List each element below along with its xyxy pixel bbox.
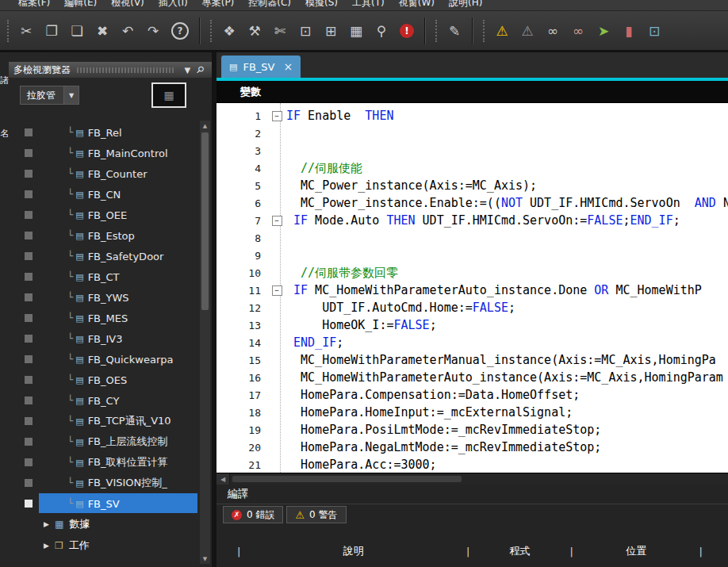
warning-yellow-icon[interactable]: ⚠ (490, 19, 514, 43)
column-header-3[interactable]: 位置 (575, 544, 698, 558)
code-line[interactable]: 5 MC_Power_instance(Axis:=MC_Axis); (216, 177, 728, 194)
expander-icon[interactable]: ▶ (44, 520, 49, 528)
fold-toggle-icon[interactable]: − (272, 111, 282, 121)
menu-item[interactable]: 說明(H) (442, 0, 489, 10)
toolbar-grip[interactable] (483, 20, 485, 42)
undo-icon[interactable]: ↶ (116, 19, 140, 43)
monitor-grid-icon[interactable]: ⊞ (319, 19, 343, 43)
menu-item[interactable]: 檢視(V) (104, 0, 151, 10)
tree-item[interactable]: └▤FB_Quickwearpa (9, 349, 212, 370)
copy-icon[interactable]: ❐ (40, 19, 63, 43)
watch-record-icon[interactable]: ∞ (566, 19, 590, 43)
explorer-header[interactable]: 多檢視瀏覽器 ▼ ⚲ (9, 62, 212, 78)
fold-toggle-icon[interactable]: − (272, 285, 282, 296)
code-line[interactable]: 1−IF Enable THEN (216, 107, 728, 125)
tree-item[interactable]: └▤FB_TCP通讯_V10 (9, 411, 212, 431)
edit-page-icon[interactable]: ✎ (443, 19, 466, 43)
screen-icon[interactable]: ⊡ (642, 19, 666, 43)
delete-icon[interactable]: ✖ (90, 19, 114, 43)
redo-icon[interactable]: ↷ (141, 19, 165, 43)
tree-item[interactable]: └▤FB_SafetyDoor (9, 246, 212, 266)
sidebar-item-數據[interactable]: ▶▦數據 (9, 513, 212, 534)
tree-item[interactable]: └▤FB_OEE (9, 205, 212, 225)
film-strip-icon[interactable]: ▦ (151, 82, 186, 108)
menu-item[interactable]: 控制器(C) (241, 0, 298, 10)
code-line[interactable]: 20 HomePara.NegaLmtMode:=_mcRevImmediate… (216, 439, 728, 456)
warnings-tab[interactable]: ⚠ 0 警告 (286, 506, 346, 523)
variables-bar[interactable]: 變數 (216, 81, 728, 103)
column-header-2[interactable]: 程式 (471, 544, 568, 558)
code-line[interactable]: 12 UDT_IF.AutoCmd.Home:=FALSE; (216, 299, 728, 316)
device-select[interactable]: 拉胶管 ▼ (20, 86, 79, 105)
sidebar-item-工作[interactable]: ▶❒工作 (9, 534, 212, 556)
toolbar-grip[interactable] (435, 20, 437, 42)
tree-item[interactable]: └▤FB_CN (9, 184, 212, 205)
warning-gray-icon[interactable]: ⚠ (515, 19, 539, 43)
tree-item[interactable]: └▤FB_VISION控制_ (9, 473, 212, 493)
tree-item[interactable]: └▤FB_OES (9, 370, 212, 390)
monitor-icon[interactable]: ⊡ (293, 19, 317, 43)
wrench-icon[interactable]: ⚒ (243, 19, 266, 43)
menu-item[interactable]: 檔案(F) (11, 0, 57, 10)
menu-item[interactable]: 編輯(E) (57, 0, 104, 10)
code-line[interactable]: 16 MC_HomeWithParameterAuto_instance(Axi… (216, 369, 728, 386)
panel-drag-handle[interactable] (77, 67, 175, 73)
grid-icon[interactable]: ▦ (344, 19, 368, 43)
scroll-left-icon[interactable]: ◀ (216, 473, 230, 485)
code-line[interactable]: 18 HomePara.HomeInput:=_mcExternalSignal… (216, 404, 728, 421)
menu-item[interactable]: 專案(P) (195, 0, 242, 10)
code-line[interactable]: 7− IF Mode.Auto THEN UDT_IF.HMICmd.Servo… (216, 212, 728, 229)
code-line[interactable]: 15 MC_HomeWithParameterManual_instance(A… (216, 351, 728, 369)
scroll-thumb[interactable] (201, 132, 209, 310)
cut-icon[interactable]: ✂ (14, 19, 38, 43)
tab-fb-sv[interactable]: ▤ FB_SV × (221, 56, 301, 78)
run-icon[interactable]: ➤ (592, 19, 615, 43)
search-icon[interactable]: ⚲ (370, 19, 393, 43)
code-line[interactable]: 2 (216, 125, 728, 142)
left-strip-tab[interactable]: 名 (0, 128, 9, 140)
code-line[interactable]: 6 MC_Power_instance.Enable:=((NOT UDT_IF… (216, 194, 728, 212)
h-scroll-thumb[interactable] (232, 476, 462, 482)
toolbar-grip[interactable] (210, 20, 212, 42)
code-line[interactable]: 13 HomeOK_I:=FALSE; (216, 316, 728, 334)
menu-item[interactable]: 插入(I) (151, 0, 195, 10)
tree-item[interactable]: └▤FB_取料位置计算 (9, 452, 212, 473)
tree-item[interactable]: └▤FB_Rel (9, 122, 212, 143)
sidebar-scrollbar[interactable]: ▲ ▼ (200, 121, 210, 564)
toolbar-grip[interactable] (7, 20, 9, 42)
scroll-down-icon[interactable]: ▼ (203, 554, 207, 564)
paste-icon[interactable]: ❏ (65, 19, 89, 43)
code-line[interactable]: 9 (216, 247, 728, 264)
build-icon[interactable]: ✄ (268, 19, 292, 43)
code-line[interactable]: 8 (216, 229, 728, 247)
left-strip-tab[interactable]: 諸 (0, 75, 9, 86)
tree-item[interactable]: └▤FB_IV3 (9, 328, 212, 349)
tree-item[interactable]: └▤FB_MES (9, 308, 212, 328)
code-line[interactable]: 10 //伺服带参数回零 (216, 264, 728, 282)
tree-item[interactable]: └▤FB_CY (9, 390, 212, 411)
menu-item[interactable]: 模擬(S) (298, 0, 345, 10)
tree-item[interactable]: └▤FB_Estop (9, 225, 212, 246)
error-check-icon[interactable]: ! (400, 24, 414, 38)
tree-item[interactable]: └▤FB_YWS (9, 287, 212, 308)
device-select-arrow-icon[interactable]: ▼ (63, 86, 79, 104)
window-layout-icon[interactable]: ❖ (217, 19, 241, 43)
menu-item[interactable]: 工具(T) (345, 0, 392, 10)
code-line[interactable]: 14 END_IF; (216, 334, 728, 351)
fold-toggle-icon[interactable]: − (272, 216, 282, 226)
scroll-up-icon[interactable]: ▲ (203, 121, 207, 131)
pin-icon[interactable]: ⚲ (192, 61, 209, 79)
tab-close-icon[interactable]: × (280, 60, 293, 73)
st-code-editor[interactable]: 1−IF Enable THEN234 //伺服使能5 MC_Power_ins… (216, 103, 728, 473)
code-line[interactable]: 11− IF MC_HomeWithParameterAuto_instance… (216, 282, 728, 299)
code-line[interactable]: 3 (216, 142, 728, 159)
errors-tab[interactable]: ✗ 0 錯誤 (223, 506, 283, 523)
tree-item[interactable]: └▤FB_MainControl (9, 143, 212, 163)
expander-icon[interactable]: ▶ (44, 542, 49, 550)
h-scroll-track[interactable] (230, 473, 728, 485)
tree-item[interactable]: └▤FB_SV (9, 493, 212, 513)
stop-icon[interactable]: ▮ (617, 19, 641, 43)
code-line[interactable]: 21 HomePara.Acc:=3000; (216, 456, 728, 473)
code-line[interactable]: 17 HomePara.Compensation:=Data.HomeOffse… (216, 386, 728, 404)
tree-item[interactable]: └▤FB_上层流线控制 (9, 431, 212, 452)
